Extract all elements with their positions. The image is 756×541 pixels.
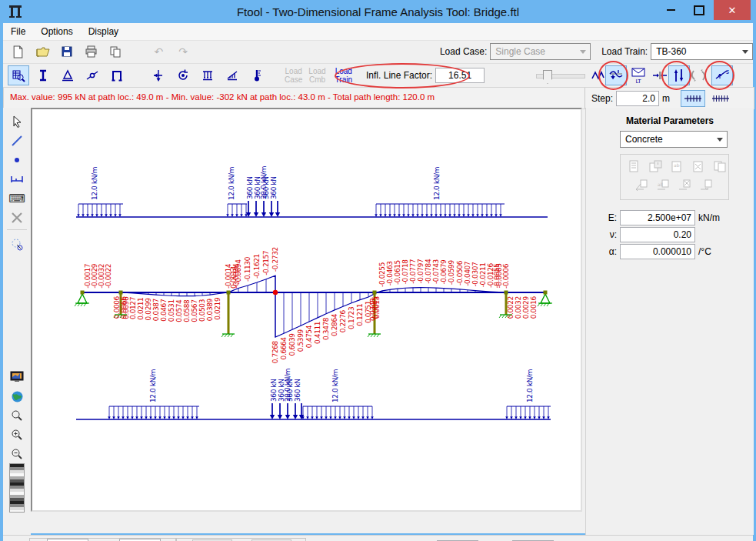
material-new-icon[interactable] — [627, 160, 641, 172]
influence-line-display-button[interactable] — [605, 65, 627, 85]
apply-all-icon[interactable]: all — [656, 179, 670, 192]
axial-force-button[interactable] — [649, 65, 671, 85]
maximize-button[interactable] — [686, 0, 712, 20]
step-marks-dense-button[interactable] — [708, 90, 733, 107]
delete-tool-button[interactable] — [6, 209, 28, 227]
apply-selection-icon[interactable] — [699, 179, 713, 192]
transform-tool-button[interactable] — [6, 235, 28, 254]
distributed-load-label: 12.0 kN/m — [526, 369, 534, 402]
menu-file[interactable]: File — [3, 23, 33, 40]
edit-select-mode-button[interactable] — [8, 65, 29, 85]
zigzag-icon — [591, 69, 605, 82]
load-train-envelope-button[interactable]: LT — [628, 65, 649, 85]
model-canvas[interactable]: 12.0 kN/m12.0 kN/m12.0 kN/m360 kN360 kN2… — [31, 108, 582, 512]
load-case-toolbar-button[interactable]: Load Case — [285, 67, 302, 84]
redo-button[interactable]: ↷ — [172, 42, 194, 62]
close-button[interactable]: ✕ — [714, 0, 751, 20]
grayscale-strip[interactable] — [9, 463, 25, 513]
step-input[interactable]: 2.0 — [616, 91, 659, 106]
maximize-icon — [694, 5, 704, 15]
material-save-icon[interactable] — [648, 160, 662, 172]
node-square — [373, 291, 377, 295]
shear-arrows-icon — [671, 68, 687, 83]
poisson-input[interactable]: 0.20 — [620, 227, 695, 242]
zoom-out-button[interactable] — [6, 445, 28, 463]
envelope-lt-icon: LT — [630, 67, 647, 84]
linear-load-button[interactable] — [221, 65, 243, 85]
moment-load-button[interactable] — [172, 65, 194, 85]
il-value-label: -0.1130 — [244, 256, 251, 282]
material-delete-icon[interactable] — [691, 160, 705, 172]
bending-moment-button[interactable] — [688, 65, 709, 85]
display-scale-slider[interactable] — [536, 74, 585, 78]
remove-from-selection-icon[interactable] — [678, 179, 691, 192]
dimension-tool-button[interactable] — [6, 170, 28, 189]
section-properties-button[interactable] — [32, 65, 54, 85]
nodal-load-button[interactable] — [148, 65, 169, 85]
train-arrowhead — [278, 415, 282, 419]
slider-thumb[interactable] — [543, 70, 552, 84]
load-case-select[interactable]: Single Case — [490, 43, 591, 60]
supports-button[interactable] — [57, 65, 78, 85]
temperature-button[interactable] — [246, 65, 268, 85]
material-copy-icon[interactable] — [713, 160, 727, 172]
mode-toolbar: Load Case Load Cmb Load Train Infl. Line… — [3, 63, 753, 88]
window-content: File Options Display — [3, 23, 753, 533]
train-load-label: 360 kN — [270, 379, 278, 402]
new-file-icon — [12, 45, 25, 58]
menu-options[interactable]: Options — [33, 23, 80, 40]
infl-line-factor-input[interactable]: 16.51 — [435, 68, 485, 83]
keyboard-input-button[interactable]: ⌨ — [6, 189, 28, 208]
display-options-button[interactable] — [6, 368, 28, 386]
load-cmb-toolbar-button[interactable]: Load Cmb — [308, 67, 325, 84]
zoom-window-button[interactable] — [6, 406, 28, 425]
print-button[interactable] — [81, 42, 102, 62]
open-file-button[interactable] — [32, 42, 54, 62]
node-square — [505, 291, 508, 295]
copy-icon — [109, 45, 122, 58]
menu-bar: File Options Display — [3, 23, 753, 41]
material-rename-icon[interactable]: ab — [670, 160, 684, 172]
il-value-label: -0.0784 — [425, 259, 432, 284]
uniform-load-button[interactable] — [197, 65, 218, 85]
status-bar: H: 144.0 m V: 103.1 m X: Y: Grid X: 1.0 … — [3, 535, 753, 541]
fit-world-button[interactable] — [6, 387, 28, 406]
il-value-label: 0.2276 — [339, 310, 347, 333]
il-value-label: -0.0022 — [105, 264, 112, 289]
svg-text:LT: LT — [635, 78, 641, 84]
minimize-button[interactable] — [658, 0, 684, 20]
hinge-button[interactable] — [82, 65, 103, 85]
il-value-label: 0.3478 — [322, 317, 330, 340]
axial-force-icon — [652, 68, 668, 82]
il-value-label: -0.2157 — [262, 251, 270, 276]
undo-button[interactable]: ↶ — [148, 42, 170, 62]
e-modulus-label: E: — [603, 212, 617, 223]
select-tool-button[interactable] — [6, 112, 28, 131]
il-value-label: -0.0679 — [440, 259, 448, 285]
menu-display[interactable]: Display — [81, 23, 126, 40]
il-value-label: 0.1211 — [356, 304, 364, 326]
copy-button[interactable] — [105, 42, 127, 62]
save-button[interactable] — [56, 42, 78, 62]
il-value-label: 0.0029 — [522, 296, 530, 319]
load-train-toolbar-button[interactable]: Load Train — [335, 67, 352, 84]
il-value-label: -0.0255 — [378, 262, 386, 287]
apply-section-icon[interactable] — [634, 179, 648, 192]
member-tool-button[interactable] — [6, 132, 28, 150]
material-select[interactable]: Concrete — [620, 131, 728, 148]
result-summary-text: Max. value: 995 kN at path loc.: 49.0 m … — [10, 92, 435, 102]
magnifier-icon — [11, 409, 23, 422]
il-value-label: 0.0219 — [214, 297, 221, 320]
step-marks-button[interactable] — [681, 90, 705, 107]
zoom-in-button[interactable] — [6, 426, 28, 444]
frame-button[interactable] — [106, 65, 128, 85]
zoom-in-icon — [11, 429, 23, 441]
poisson-label: ν: — [603, 229, 617, 240]
section-result-button[interactable]: s — [711, 65, 733, 85]
new-file-button[interactable] — [8, 42, 29, 62]
load-train-select[interactable]: TB-360 — [651, 43, 753, 60]
shear-force-button[interactable] — [668, 65, 690, 85]
e-modulus-input[interactable]: 2.500e+07 — [620, 210, 695, 225]
thermal-coeff-input[interactable]: 0.000010 — [620, 244, 695, 259]
node-tool-button[interactable] — [6, 151, 28, 169]
